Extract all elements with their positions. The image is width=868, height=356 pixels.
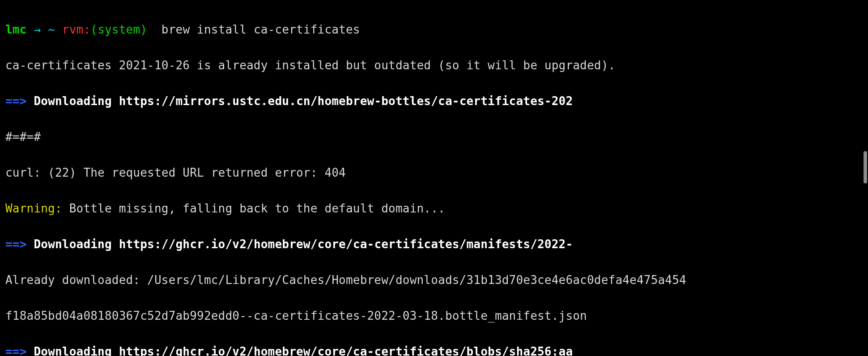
prompt-tilde: ~ <box>48 23 55 36</box>
curl-error: curl: (22) The requested URL returned er… <box>5 164 863 182</box>
prompt-user: lmc <box>5 23 27 36</box>
download-line-2: ==> Downloading https://ghcr.io/v2/homeb… <box>5 235 863 253</box>
download-url-2: https://ghcr.io/v2/homebrew/core/ca-cert… <box>119 237 573 251</box>
downloading-label: Downloading <box>34 345 119 356</box>
rvm-label: rvm: <box>62 23 90 36</box>
download-line-3: ==> Downloading https://ghcr.io/v2/homeb… <box>5 343 863 356</box>
downloading-label: Downloading <box>34 237 119 251</box>
already-downloaded-2b: f18a85bd04a08180367c52d7ab992edd0--ca-ce… <box>5 307 863 325</box>
download-url-3: https://ghcr.io/v2/homebrew/core/ca-cert… <box>119 345 573 356</box>
arrow-marker-icon: ==> <box>5 345 27 356</box>
prompt-sep <box>27 23 34 36</box>
progress-bar: #=#=# <box>5 128 863 146</box>
warning-text: Bottle missing, falling back to the defa… <box>62 202 445 215</box>
arrow-marker-icon: ==> <box>5 94 27 108</box>
terminal-output[interactable]: lmc → ~ rvm:(system) brew install ca-cer… <box>0 0 868 356</box>
download-url-1: https://mirrors.ustc.edu.cn/homebrew-bot… <box>119 94 573 108</box>
warning-label: Warning: <box>5 202 62 215</box>
downloading-label: Downloading <box>34 94 119 108</box>
outdated-msg: ca-certificates 2021-10-26 is already in… <box>5 56 863 74</box>
typed-command[interactable]: brew install ca-certificates <box>162 23 360 36</box>
warning-line: Warning: Bottle missing, falling back to… <box>5 199 863 217</box>
scrollbar-thumb[interactable] <box>864 151 867 183</box>
arrow-marker-icon: ==> <box>5 237 27 251</box>
already-downloaded-2a: Already downloaded: /Users/lmc/Library/C… <box>5 271 863 289</box>
prompt-line[interactable]: lmc → ~ rvm:(system) brew install ca-cer… <box>5 21 863 38</box>
rvm-value: (system) <box>90 23 147 36</box>
download-line-1: ==> Downloading https://mirrors.ustc.edu… <box>5 92 863 110</box>
prompt-arrow-icon: → <box>34 23 41 36</box>
